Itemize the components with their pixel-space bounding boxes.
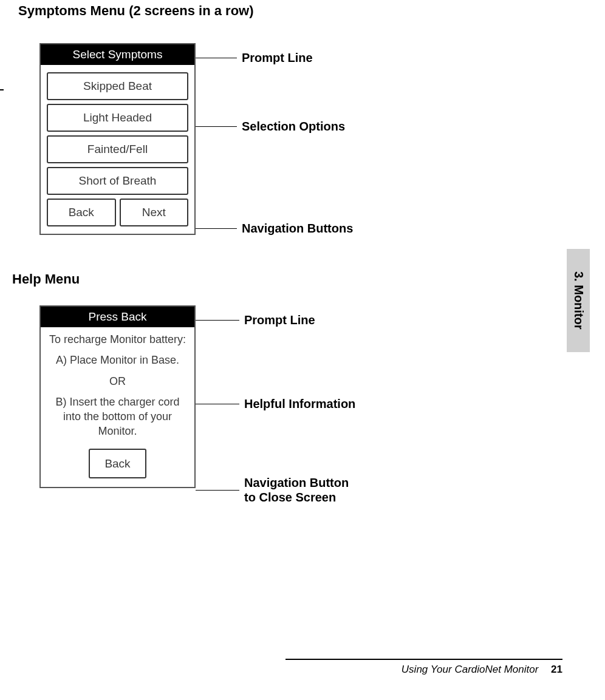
chapter-tab-text: 3. Monitor [572,271,586,330]
help-back-button[interactable]: Back [89,449,146,479]
chapter-tab: 3. Monitor [567,249,590,352]
help-or: OR [47,374,188,389]
help-heading: Help Menu [12,271,605,287]
label-navigation-buttons: Navigation Buttons [242,221,353,236]
symptoms-body: Skipped Beat Light Headed Fainted/Fell S… [41,65,194,234]
symptoms-heading: Symptoms Menu (2 screens in a row) [18,3,605,19]
symptoms-diagram: Select Symptoms Skipped Beat Light Heade… [39,43,605,235]
back-button[interactable]: Back [47,199,116,226]
label-prompt-line: Prompt Line [242,50,313,65]
help-line-1: To recharge Monitor battery: [47,332,188,347]
leader-line [196,58,237,58]
footer-title: Using Your CardioNet Monitor [402,664,539,675]
help-diagram: Press Back To recharge Monitor battery: … [39,305,605,488]
label-help-prompt: Prompt Line [244,313,315,327]
leader-line [196,404,239,404]
symptoms-prompt-bar: Select Symptoms [41,44,194,65]
label-nav-close: Navigation Button to Close Screen [244,475,349,505]
option-skipped-beat[interactable]: Skipped Beat [47,72,188,100]
page-footer: Using Your CardioNet Monitor 21 [285,659,562,676]
page-number: 21 [551,664,562,675]
help-line-3: B) Insert the charger cord into the bott… [47,395,188,439]
help-body: To recharge Monitor battery: A) Place Mo… [41,327,194,487]
option-fainted-fell[interactable]: Fainted/Fell [47,135,188,163]
leader-line [196,490,239,491]
margin-dash [0,89,4,90]
leader-line [196,126,237,127]
label-helpful-info: Helpful Information [244,396,355,411]
leader-line [196,228,237,229]
option-light-headed[interactable]: Light Headed [47,104,188,132]
next-button[interactable]: Next [120,199,189,226]
leader-line [196,320,239,321]
nav-row: Back Next [47,199,188,226]
help-prompt-bar: Press Back [41,307,194,327]
option-short-of-breath[interactable]: Short of Breath [47,167,188,195]
symptoms-screen: Select Symptoms Skipped Beat Light Heade… [39,43,196,235]
label-selection-options: Selection Options [242,119,345,134]
help-screen: Press Back To recharge Monitor battery: … [39,305,196,488]
help-line-2: A) Place Monitor in Base. [47,353,188,367]
